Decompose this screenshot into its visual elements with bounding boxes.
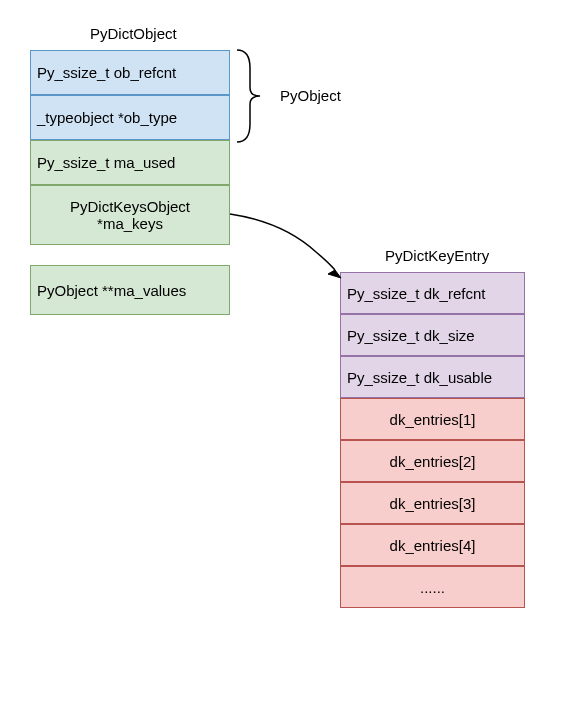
field-dk-entries-3: dk_entries[3] xyxy=(340,482,525,524)
field-dk-usable: Py_ssize_t dk_usable xyxy=(340,356,525,398)
field-label: Py_ssize_t dk_usable xyxy=(347,369,492,386)
brace-label: PyObject xyxy=(280,87,341,104)
field-ma-keys: PyDictKeysObject *ma_keys xyxy=(30,185,230,245)
field-dk-size: Py_ssize_t dk_size xyxy=(340,314,525,356)
field-label: Py_ssize_t ma_used xyxy=(37,154,175,171)
field-label: _typeobject *ob_type xyxy=(37,109,177,126)
field-label: dk_entries[4] xyxy=(390,537,476,554)
left-struct-title: PyDictObject xyxy=(90,25,177,42)
right-struct-title: PyDictKeyEntry xyxy=(385,247,489,264)
field-dk-entries-2: dk_entries[2] xyxy=(340,440,525,482)
field-label: ...... xyxy=(420,579,445,596)
field-label: PyDictKeysObject *ma_keys xyxy=(37,198,223,232)
field-ob-refcnt: Py_ssize_t ob_refcnt xyxy=(30,50,230,95)
brace-icon xyxy=(232,48,272,144)
field-label: Py_ssize_t dk_size xyxy=(347,327,475,344)
field-ob-type: _typeobject *ob_type xyxy=(30,95,230,140)
field-ma-used: Py_ssize_t ma_used xyxy=(30,140,230,185)
field-label: dk_entries[3] xyxy=(390,495,476,512)
field-ma-values: PyObject **ma_values xyxy=(30,265,230,315)
field-dk-entries-4: dk_entries[4] xyxy=(340,524,525,566)
field-label: dk_entries[1] xyxy=(390,411,476,428)
arrow-icon xyxy=(228,212,348,282)
field-dk-entries-1: dk_entries[1] xyxy=(340,398,525,440)
field-label: PyObject **ma_values xyxy=(37,282,186,299)
field-label: Py_ssize_t dk_refcnt xyxy=(347,285,485,302)
field-dk-refcnt: Py_ssize_t dk_refcnt xyxy=(340,272,525,314)
field-label: dk_entries[2] xyxy=(390,453,476,470)
field-dk-entries-more: ...... xyxy=(340,566,525,608)
field-label: Py_ssize_t ob_refcnt xyxy=(37,64,176,81)
